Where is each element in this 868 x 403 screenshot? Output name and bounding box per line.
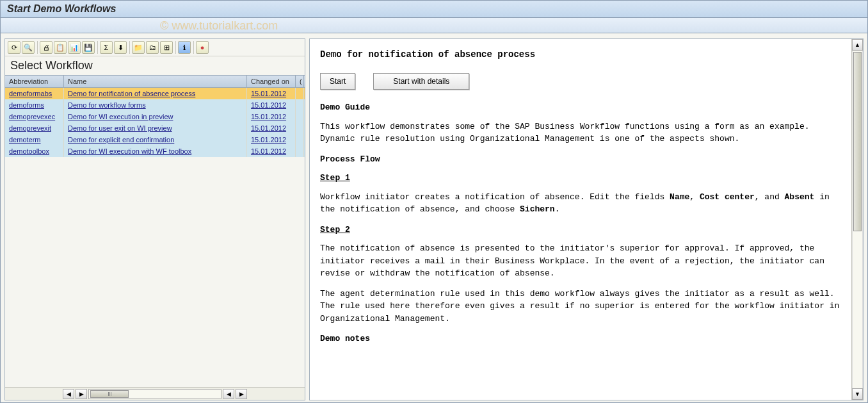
col-changed-on[interactable]: Changed on — [247, 76, 296, 87]
demo-notes-heading: Demo notes — [320, 333, 849, 345]
date-link[interactable]: 15.01.2012 — [251, 124, 286, 132]
step1-pre: Workflow initiator creates a notificatio… — [320, 192, 670, 202]
toolbar-grid-icon[interactable]: ⊞ — [160, 41, 173, 54]
toolbar-save-icon[interactable]: 💾 — [82, 41, 95, 54]
date-link[interactable]: 15.01.2012 — [251, 113, 286, 120]
step1-field-absent: Absent — [785, 192, 815, 202]
date-link[interactable]: 15.01.2012 — [251, 101, 286, 109]
left-pane: ⟳ 🔍 🖨 📋 📊 💾 Σ ⬇ 📁 🗂 ⊞ ℹ ● — [4, 38, 305, 400]
abbr-link[interactable]: demotoolbox — [9, 147, 49, 155]
scroll-right-icon[interactable]: ▶ — [76, 389, 87, 399]
toolbar-sort-icon[interactable]: ⬇ — [114, 41, 127, 54]
toolbar-layout1-icon[interactable]: 📁 — [132, 41, 145, 54]
horizontal-scrollbar[interactable]: ◀ ▶ ◀ ▶ — [5, 387, 305, 400]
agent-rule-text: The agent determination rule used in thi… — [320, 288, 849, 325]
grid-body: demoformabsDemo for notification of abse… — [5, 88, 305, 387]
extra-cell — [296, 134, 304, 145]
scroll-down-icon[interactable]: ▼ — [852, 388, 863, 400]
pane-heading: Select Workflow — [5, 56, 305, 75]
step1-field-name: Name — [670, 192, 689, 202]
toolbar-info-icon[interactable]: ℹ — [178, 41, 191, 54]
vertical-scrollbar[interactable]: ▲ ▼ — [851, 39, 863, 400]
step2-heading: Step 2 — [320, 224, 849, 236]
name-link[interactable]: Demo for workflow forms — [68, 101, 146, 109]
scroll-left2-icon[interactable]: ◀ — [223, 389, 234, 399]
table-row[interactable]: demoprevexitDemo for user exit on WI pre… — [5, 122, 305, 134]
name-link[interactable]: Demo for explicit end confirmation — [68, 136, 174, 144]
step1-field-costcenter: Cost center — [700, 192, 755, 202]
scroll-left-icon[interactable]: ◀ — [63, 389, 74, 399]
toolbar-find-icon[interactable]: 🔍 — [22, 41, 35, 54]
date-link[interactable]: 15.01.2012 — [251, 90, 286, 97]
detail-panel: Demo for notification of absence process… — [310, 39, 863, 400]
step1-heading: Step 1 — [320, 172, 849, 185]
scroll-up-icon[interactable]: ▲ — [852, 39, 863, 51]
table-row[interactable]: demoprevexecDemo for WI execution in pre… — [5, 111, 305, 122]
abbr-link[interactable]: demoprevexec — [9, 113, 55, 120]
name-link[interactable]: Demo for user exit on WI preview — [68, 124, 172, 132]
table-row[interactable]: demotoolboxDemo for WI execution with WF… — [5, 145, 305, 157]
toolbar-sum-icon[interactable]: Σ — [100, 41, 113, 54]
toolbar-print-icon[interactable]: 🖨 — [40, 41, 52, 54]
window-title: Start Demo Workflows — [7, 3, 116, 14]
grid-header: Abbreviation Name Changed on ( — [5, 75, 305, 88]
abbr-link[interactable]: demoforms — [9, 101, 44, 109]
toolbar-export-icon[interactable]: 📋 — [54, 41, 67, 54]
col-extra[interactable]: ( — [296, 76, 304, 87]
scroll-track[interactable] — [88, 389, 221, 399]
step2-text: The notification of absence is presented… — [320, 242, 849, 280]
vscroll-thumb[interactable] — [853, 52, 862, 231]
abbr-link[interactable]: demoprevexit — [9, 124, 51, 132]
table-row[interactable]: demotermDemo for explicit end confirmati… — [5, 134, 305, 145]
t: . — [555, 204, 560, 214]
name-link[interactable]: Demo for WI execution in preview — [68, 113, 173, 120]
date-link[interactable]: 15.01.2012 — [251, 136, 286, 144]
t: , — [689, 192, 700, 202]
scroll-thumb[interactable] — [90, 390, 129, 398]
name-link[interactable]: Demo for notification of absence process — [68, 90, 195, 97]
step1-action-sichern: Sichern — [520, 204, 555, 214]
abbr-link[interactable]: demoformabs — [9, 90, 52, 97]
toolbar-graphic-icon[interactable]: ● — [196, 41, 209, 54]
app-toolbar-empty — [1, 18, 867, 33]
toolbar-excel-icon[interactable]: 📊 — [68, 41, 81, 54]
process-flow-heading: Process Flow — [320, 153, 849, 166]
extra-cell — [296, 88, 304, 99]
col-name[interactable]: Name — [64, 76, 247, 87]
table-row[interactable]: demoformabsDemo for notification of abse… — [5, 88, 305, 99]
t: , and — [755, 192, 785, 202]
workflow-grid: Abbreviation Name Changed on ( demoforma… — [5, 75, 305, 387]
window-title-bar: Start Demo Workflows — [1, 1, 867, 18]
abbr-link[interactable]: demoterm — [9, 136, 41, 144]
scroll-right2-icon[interactable]: ▶ — [236, 389, 247, 399]
vscroll-track[interactable] — [852, 51, 863, 388]
toolbar-refresh-icon[interactable]: ⟳ — [8, 41, 20, 54]
demo-guide-text: This workflow demonstrates some of the S… — [320, 120, 849, 145]
extra-cell — [296, 145, 304, 157]
col-abbreviation[interactable]: Abbreviation — [5, 76, 64, 87]
demo-guide-heading: Demo Guide — [320, 101, 849, 114]
toolbar-layout2-icon[interactable]: 🗂 — [146, 41, 159, 54]
date-link[interactable]: 15.01.2012 — [251, 147, 286, 155]
extra-cell — [296, 99, 304, 111]
right-pane: Demo for notification of absence process… — [309, 38, 864, 400]
extra-cell — [296, 111, 304, 122]
extra-cell — [296, 122, 304, 134]
name-link[interactable]: Demo for WI execution with WF toolbox — [68, 147, 191, 155]
step1-text: Workflow initiator creates a notificatio… — [320, 191, 849, 216]
alv-toolbar: ⟳ 🔍 🖨 📋 📊 💾 Σ ⬇ 📁 🗂 ⊞ ℹ ● — [5, 39, 305, 56]
table-row[interactable]: demoformsDemo for workflow forms15.01.20… — [5, 99, 305, 111]
start-with-details-button[interactable]: Start with details — [373, 73, 469, 90]
detail-title: Demo for notification of absence process — [320, 48, 849, 62]
start-button[interactable]: Start — [320, 73, 355, 90]
